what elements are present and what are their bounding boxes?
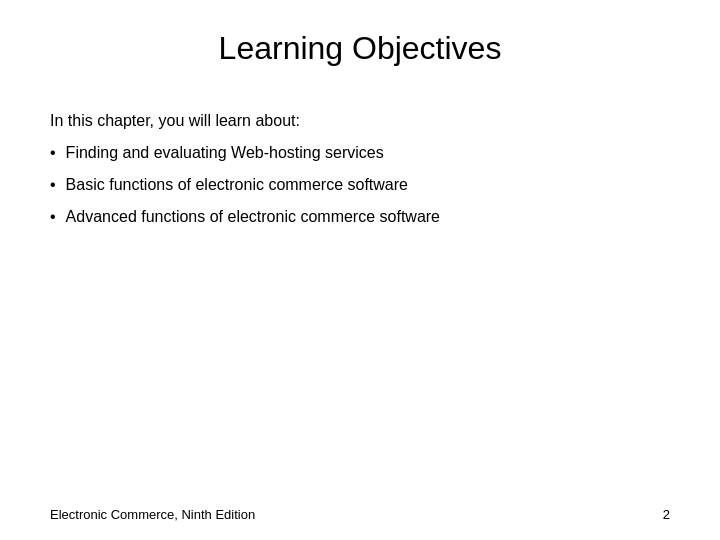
bullet-dot: • <box>50 141 56 165</box>
slide-footer: Electronic Commerce, Ninth Edition 2 <box>50 507 670 522</box>
slide-content: In this chapter, you will learn about: •… <box>50 109 670 510</box>
bullet-text: Advanced functions of electronic commerc… <box>66 205 670 229</box>
list-item: •Advanced functions of electronic commer… <box>50 205 670 229</box>
bullet-text: Finding and evaluating Web-hosting servi… <box>66 141 670 165</box>
slide: Learning Objectives In this chapter, you… <box>0 0 720 540</box>
bullet-dot: • <box>50 205 56 229</box>
list-item: •Finding and evaluating Web-hosting serv… <box>50 141 670 165</box>
slide-title: Learning Objectives <box>50 30 670 77</box>
bullet-list: •Finding and evaluating Web-hosting serv… <box>50 141 670 237</box>
bullet-text: Basic functions of electronic commerce s… <box>66 173 670 197</box>
intro-text: In this chapter, you will learn about: <box>50 109 670 133</box>
list-item: •Basic functions of electronic commerce … <box>50 173 670 197</box>
footer-left: Electronic Commerce, Ninth Edition <box>50 507 255 522</box>
footer-right: 2 <box>663 507 670 522</box>
bullet-dot: • <box>50 173 56 197</box>
